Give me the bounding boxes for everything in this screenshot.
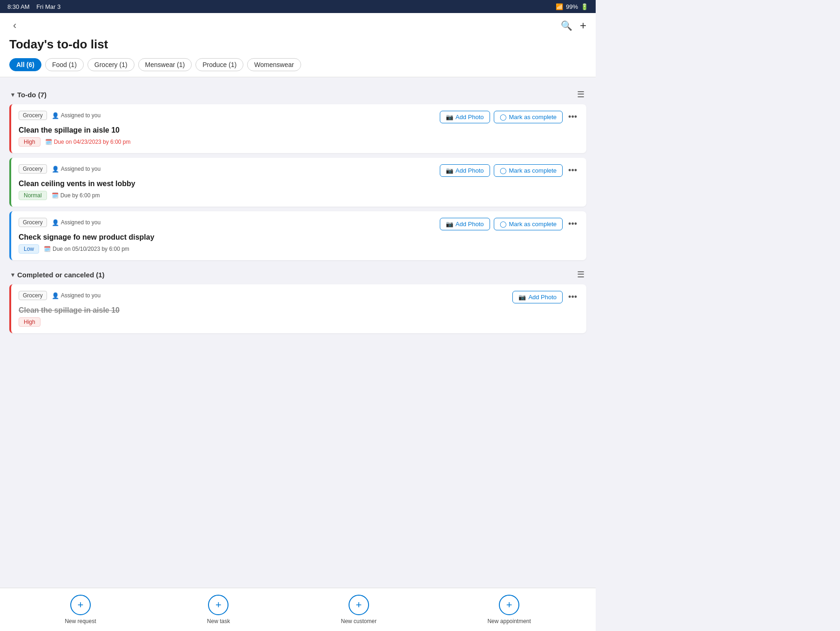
- task-bottom-row-task2: Normal 🗓️ Due by 6:00 pm: [19, 191, 579, 200]
- due-date-task3: 🗓️ Due on 05/10/2023 by 6:00 pm: [44, 246, 129, 252]
- more-options-button-task3[interactable]: •••: [566, 219, 579, 229]
- wifi-icon: 📶: [556, 3, 563, 10]
- filter-tab-menswear[interactable]: Menswear (1): [138, 58, 192, 71]
- camera-icon: 📷: [446, 114, 453, 121]
- task-tag-task1: Grocery: [19, 111, 47, 120]
- priority-badge-task4: High: [19, 317, 40, 327]
- section-title-todo: ▾ To-do (7): [11, 91, 47, 99]
- task-card-task3: Grocery 👤 Assigned to you 📷 Add Photo ◯ …: [9, 211, 586, 260]
- priority-badge-task1: High: [19, 137, 40, 147]
- task-tag-task4: Grocery: [19, 291, 47, 300]
- filter-tab-womenswear[interactable]: Womenswear: [247, 58, 301, 71]
- camera-icon: 📷: [518, 294, 526, 301]
- filter-sort-icon[interactable]: ☰: [577, 269, 585, 280]
- camera-icon: 📷: [446, 167, 453, 174]
- status-date: Fri Mar 3: [36, 3, 60, 10]
- assign-icon: 👤: [52, 292, 59, 299]
- task-title-task1: Clean the spillage in aisle 10: [19, 126, 579, 134]
- back-button[interactable]: ‹: [9, 18, 20, 34]
- filter-tabs: All (6)Food (1)Grocery (1)Menswear (1)Pr…: [9, 58, 586, 77]
- check-circle-icon: ◯: [500, 114, 507, 121]
- task-bottom-row-task3: Low 🗓️ Due on 05/10/2023 by 6:00 pm: [19, 244, 579, 254]
- task-card-task1: Grocery 👤 Assigned to you 📷 Add Photo ◯ …: [9, 104, 586, 153]
- assign-icon: 👤: [52, 112, 59, 119]
- status-time: 8:30 AM: [7, 3, 30, 10]
- task-top-row-task2: Grocery 👤 Assigned to you 📷 Add Photo ◯ …: [19, 164, 579, 177]
- filter-tab-grocery[interactable]: Grocery (1): [87, 58, 134, 71]
- due-date-task2: 🗓️ Due by 6:00 pm: [52, 192, 100, 199]
- priority-badge-task3: Low: [19, 244, 39, 254]
- task-top-row-task3: Grocery 👤 Assigned to you 📷 Add Photo ◯ …: [19, 218, 579, 230]
- task-actions-task4: 📷 Add Photo •••: [512, 291, 579, 303]
- task-top-row-task4: Grocery 👤 Assigned to you 📷 Add Photo ••…: [19, 291, 579, 303]
- task-card-task2: Grocery 👤 Assigned to you 📷 Add Photo ◯ …: [9, 158, 586, 207]
- task-title-task4: Clean the spillage in aisle 10: [19, 306, 579, 315]
- calendar-icon: 🗓️: [52, 192, 59, 199]
- status-bar: 8:30 AM Fri Mar 3 📶 99% 🔋: [0, 0, 596, 13]
- filter-tab-all[interactable]: All (6): [9, 58, 41, 71]
- filter-tab-food[interactable]: Food (1): [45, 58, 84, 71]
- task-actions-task1: 📷 Add Photo ◯ Mark as complete •••: [440, 111, 579, 123]
- task-assigned-task1: 👤 Assigned to you: [52, 112, 101, 119]
- task-assigned-task3: 👤 Assigned to you: [52, 219, 101, 226]
- calendar-icon: 🗓️: [45, 139, 52, 145]
- status-time-date: 8:30 AM Fri Mar 3: [7, 3, 60, 10]
- battery-percent: 99%: [566, 3, 578, 10]
- more-options-button-task4[interactable]: •••: [566, 292, 579, 302]
- task-bottom-row-task1: High 🗓️ Due on 04/23/2023 by 6:00 pm: [19, 137, 579, 147]
- check-circle-icon: ◯: [500, 221, 507, 228]
- due-date-task1: 🗓️ Due on 04/23/2023 by 6:00 pm: [45, 139, 131, 145]
- add-photo-button-task1[interactable]: 📷 Add Photo: [440, 111, 490, 123]
- more-options-button-task2[interactable]: •••: [566, 166, 579, 175]
- add-button[interactable]: +: [580, 19, 586, 32]
- task-top-row-task1: Grocery 👤 Assigned to you 📷 Add Photo ◯ …: [19, 111, 579, 123]
- chevron-icon: ▾: [11, 91, 14, 98]
- task-meta-task3: Grocery 👤 Assigned to you: [19, 218, 101, 227]
- filter-sort-icon[interactable]: ☰: [577, 89, 585, 100]
- task-bottom-row-task4: High: [19, 317, 579, 327]
- section-header-todo[interactable]: ▾ To-do (7) ☰: [9, 85, 586, 104]
- task-actions-task2: 📷 Add Photo ◯ Mark as complete •••: [440, 164, 579, 177]
- battery-icon: 🔋: [581, 3, 588, 10]
- more-options-button-task1[interactable]: •••: [566, 112, 579, 122]
- assign-icon: 👤: [52, 219, 59, 226]
- add-photo-button-task3[interactable]: 📷 Add Photo: [440, 218, 490, 230]
- task-assigned-task4: 👤 Assigned to you: [52, 292, 101, 299]
- add-photo-button-task4[interactable]: 📷 Add Photo: [512, 291, 563, 303]
- section-title-completed: ▾ Completed or canceled (1): [11, 271, 105, 279]
- mark-complete-button-task2[interactable]: ◯ Mark as complete: [494, 164, 563, 177]
- task-actions-task3: 📷 Add Photo ◯ Mark as complete •••: [440, 218, 579, 230]
- page-title: Today's to-do list: [9, 37, 586, 52]
- priority-badge-task2: Normal: [19, 191, 47, 200]
- content-area: ▾ To-do (7) ☰ Grocery 👤 Assigned to you …: [0, 77, 596, 403]
- filter-tab-produce[interactable]: Produce (1): [195, 58, 243, 71]
- chevron-icon: ▾: [11, 271, 14, 278]
- section-header-completed[interactable]: ▾ Completed or canceled (1) ☰: [9, 265, 586, 284]
- camera-icon: 📷: [446, 221, 453, 228]
- task-title-task3: Check signage fo new product display: [19, 233, 579, 242]
- header: ‹ 🔍 + Today's to-do list All (6)Food (1)…: [0, 13, 596, 77]
- task-card-task4: Grocery 👤 Assigned to you 📷 Add Photo ••…: [9, 284, 586, 333]
- assign-icon: 👤: [52, 166, 59, 173]
- calendar-icon: 🗓️: [44, 246, 51, 252]
- mark-complete-button-task3[interactable]: ◯ Mark as complete: [494, 218, 563, 230]
- task-tag-task3: Grocery: [19, 218, 47, 227]
- task-meta-task1: Grocery 👤 Assigned to you: [19, 111, 101, 120]
- task-meta-task4: Grocery 👤 Assigned to you: [19, 291, 101, 300]
- mark-complete-button-task1[interactable]: ◯ Mark as complete: [494, 111, 563, 123]
- task-tag-task2: Grocery: [19, 164, 47, 174]
- task-assigned-task2: 👤 Assigned to you: [52, 166, 101, 173]
- task-title-task2: Clean ceiling vents in west lobby: [19, 180, 579, 188]
- search-button[interactable]: 🔍: [561, 20, 572, 31]
- task-meta-task2: Grocery 👤 Assigned to you: [19, 164, 101, 174]
- add-photo-button-task2[interactable]: 📷 Add Photo: [440, 164, 490, 177]
- check-circle-icon: ◯: [500, 167, 507, 174]
